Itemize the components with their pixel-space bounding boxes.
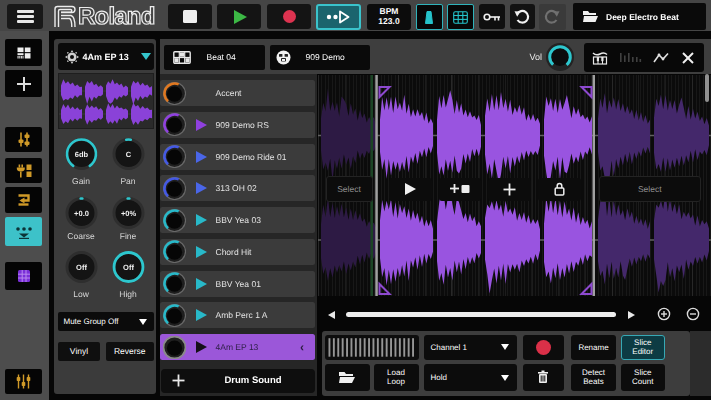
svg-text:Off: Off — [76, 263, 87, 272]
svg-text:+0%: +0% — [120, 209, 136, 218]
svg-text:6db: 6db — [74, 150, 88, 159]
svg-text:Off: Off — [123, 263, 134, 272]
svg-text:Roland: Roland — [78, 3, 155, 30]
svg-text:C: C — [125, 150, 131, 159]
svg-text:+0.0: +0.0 — [74, 209, 89, 218]
